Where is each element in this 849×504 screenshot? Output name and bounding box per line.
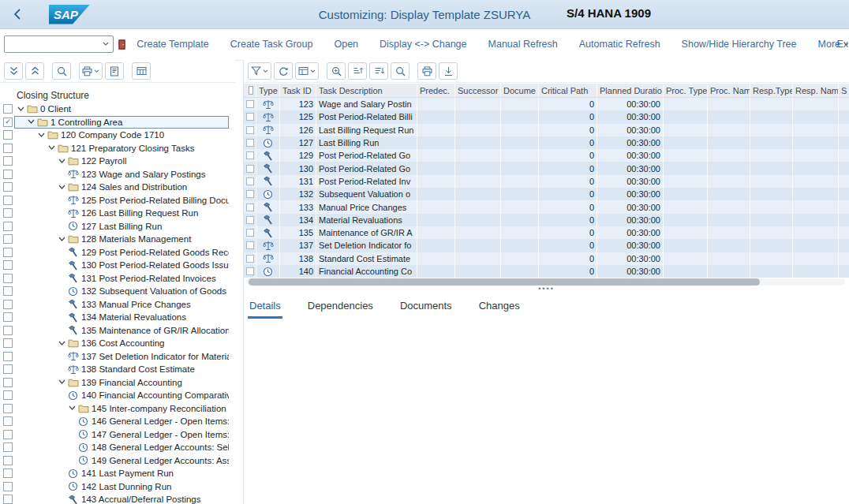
tree-item-checkbox[interactable]: ✓ — [3, 118, 13, 127]
tree-item-checkbox[interactable] — [3, 495, 13, 504]
row-checkbox[interactable] — [246, 126, 254, 134]
expander-icon[interactable] — [57, 185, 67, 190]
row-checkbox[interactable] — [246, 151, 254, 159]
tree-item[interactable]: 123 Wage and Salary Postings — [0, 168, 235, 181]
tree-item[interactable]: 127 Last Billing Run — [0, 220, 235, 233]
print-button[interactable] — [417, 62, 436, 80]
tree-item[interactable]: 141 Last Payment Run — [0, 467, 235, 480]
tree-item[interactable]: 147 General Ledger - Open Items: Assi — [0, 428, 235, 442]
refresh-button[interactable] — [274, 62, 293, 80]
tree-item[interactable]: 132 Subsequent Valuation of Goods Mov — [0, 285, 235, 298]
row-checkbox[interactable] — [246, 203, 254, 211]
menubar-button[interactable]: Manual Refresh — [488, 39, 558, 50]
tree-item-checkbox[interactable] — [3, 144, 13, 153]
collapse-all-button[interactable] — [4, 62, 23, 80]
row-checkbox[interactable] — [246, 100, 254, 108]
tree-item-checkbox[interactable] — [3, 300, 13, 309]
row-checkbox[interactable] — [246, 113, 254, 121]
tree-item-checkbox[interactable] — [3, 130, 13, 140]
tree-item-checkbox[interactable] — [3, 364, 13, 374]
column-header[interactable]: Resp. Name — [793, 84, 839, 97]
menubar-button[interactable]: Create Template — [137, 39, 209, 50]
tree-item[interactable]: 148 General Ledger Accounts: Select D — [0, 441, 235, 454]
export-button[interactable] — [132, 62, 151, 80]
row-checkbox[interactable] — [246, 177, 254, 185]
row-checkbox[interactable] — [246, 255, 254, 263]
tree-item[interactable]: 0 Client — [0, 103, 235, 116]
tree-item-checkbox[interactable] — [3, 456, 13, 465]
tree-item[interactable]: 130 Post Period-Related Goods Issue — [0, 259, 235, 272]
task-row[interactable]: 123Wage and Salary Postin000:30:00 — [244, 98, 849, 110]
tree-item-checkbox[interactable] — [3, 404, 13, 413]
row-checkbox[interactable] — [246, 165, 254, 173]
find-button[interactable] — [52, 62, 71, 80]
tree-item-checkbox[interactable] — [3, 182, 13, 192]
expander-icon[interactable] — [47, 145, 57, 151]
tree-item-checkbox[interactable] — [3, 482, 13, 491]
column-header[interactable]: Planned Duratio — [597, 84, 664, 97]
tree-item-checkbox[interactable] — [3, 274, 13, 283]
task-row[interactable]: 127Last Billing Run000:30:00 — [244, 136, 849, 149]
back-button[interactable] — [0, 8, 35, 21]
expander-icon[interactable] — [36, 133, 47, 138]
tree-item-checkbox[interactable] — [3, 222, 13, 231]
task-row[interactable]: 133Manual Price Changes000:30:00 — [244, 200, 849, 213]
tree-item-checkbox[interactable] — [3, 260, 13, 270]
task-row[interactable]: 129Post Period-Related Go000:30:00 — [244, 149, 849, 162]
find-button[interactable] — [391, 62, 410, 80]
tree-item-checkbox[interactable] — [3, 442, 13, 452]
row-checkbox[interactable] — [246, 241, 254, 249]
tree-item[interactable]: 131 Post Period-Related Invoices — [0, 272, 235, 286]
print-button[interactable] — [79, 62, 103, 80]
menubar-button[interactable]: Automatic Refresh — [579, 39, 660, 50]
tree-item-checkbox[interactable] — [3, 234, 13, 244]
layout-button[interactable] — [295, 62, 319, 80]
tree-item[interactable]: 124 Sales and Distribution — [0, 181, 235, 194]
column-header[interactable]: Critical Path — [539, 84, 597, 97]
menubar-button[interactable]: Display <-> Change — [380, 39, 466, 50]
tree-item-checkbox[interactable] — [3, 312, 13, 322]
expander-icon[interactable] — [57, 379, 67, 385]
expander-icon[interactable] — [16, 106, 26, 112]
tab-changes[interactable]: Changes — [477, 294, 522, 319]
tree-item-checkbox[interactable] — [3, 338, 13, 348]
zoom-in-button[interactable] — [327, 62, 346, 80]
tree-item[interactable]: 134 Material Revaluations — [0, 311, 235, 324]
task-row[interactable]: 131Post Period-Related Inv000:30:00 — [244, 175, 849, 188]
column-header[interactable]: Type — [256, 84, 280, 97]
row-checkbox[interactable] — [246, 139, 254, 147]
tree-item-checkbox[interactable] — [3, 196, 13, 205]
task-row[interactable]: 132Subsequent Valuation o000:30:00 — [244, 188, 849, 200]
row-checkbox[interactable] — [246, 229, 254, 237]
task-row[interactable]: 130Post Period-Related Go000:30:00 — [244, 162, 849, 174]
column-header[interactable]: Successor — [455, 84, 501, 97]
tree-item-checkbox[interactable] — [3, 430, 13, 439]
tree-item[interactable]: 145 Inter-company Reconciliation — [0, 402, 235, 416]
expander-icon[interactable] — [57, 341, 67, 346]
column-header[interactable]: Docume — [501, 84, 539, 97]
column-header[interactable]: Proc. Type — [664, 84, 708, 97]
tree-item[interactable]: 139 Financial Accounting — [0, 376, 235, 390]
tree-item[interactable]: 120 Company Code 1710 — [0, 129, 235, 142]
expand-all-button[interactable] — [25, 62, 44, 80]
task-row[interactable]: 134Material Revaluations000:30:00 — [244, 214, 849, 226]
tree-item-checkbox[interactable] — [3, 352, 13, 361]
tree-item-checkbox[interactable] — [3, 416, 13, 426]
column-header[interactable]: Task Description — [316, 84, 417, 97]
tree-item[interactable]: 126 Last Billing Request Run — [0, 207, 235, 220]
tree-item[interactable]: 149 General Ledger Accounts: Assign — [0, 454, 235, 468]
tree-item-checkbox[interactable] — [3, 469, 13, 478]
tree-item[interactable]: 143 Accrual/Deferral Postings — [0, 493, 235, 504]
tree-item-checkbox[interactable] — [3, 156, 13, 166]
column-header[interactable]: Resp.Type — [750, 84, 793, 97]
column-header[interactable]: Task ID — [280, 84, 316, 97]
tree-item-checkbox[interactable] — [3, 326, 13, 335]
tree-item[interactable]: ✓1 Controlling Area — [0, 116, 235, 129]
task-row[interactable]: 135Maintenance of GR/IR A000:30:00 — [244, 226, 849, 239]
command-field[interactable] — [4, 35, 114, 53]
expander-icon[interactable] — [57, 237, 67, 242]
exit-button[interactable]: Ex — [836, 39, 849, 50]
tab-details[interactable]: Details — [248, 294, 282, 319]
tree-item[interactable]: 136 Cost Accounting — [0, 337, 235, 350]
tree-item[interactable]: 137 Set Deletion Indicator for Materials… — [0, 350, 235, 364]
